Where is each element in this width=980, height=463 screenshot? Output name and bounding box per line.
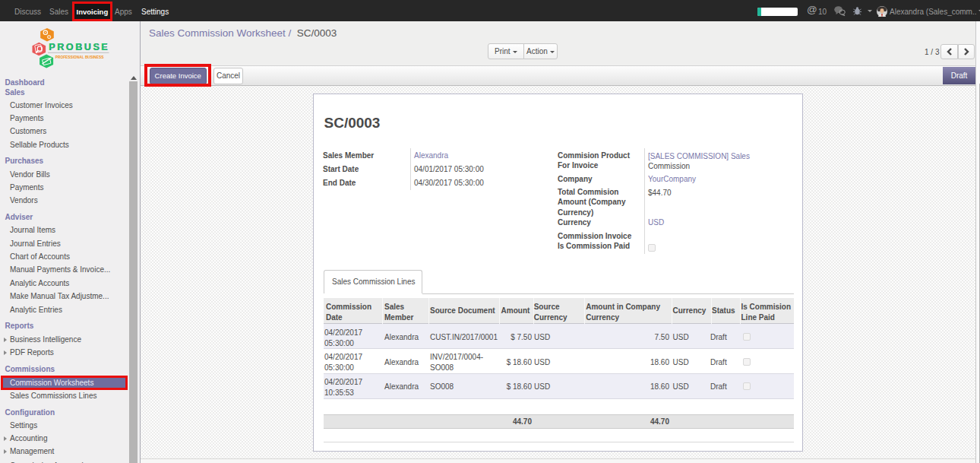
svg-text:PROFESSIONAL BUSINESS: PROFESSIONAL BUSINESS [55, 55, 104, 59]
svg-text:PROBUSE: PROBUSE [49, 42, 109, 52]
